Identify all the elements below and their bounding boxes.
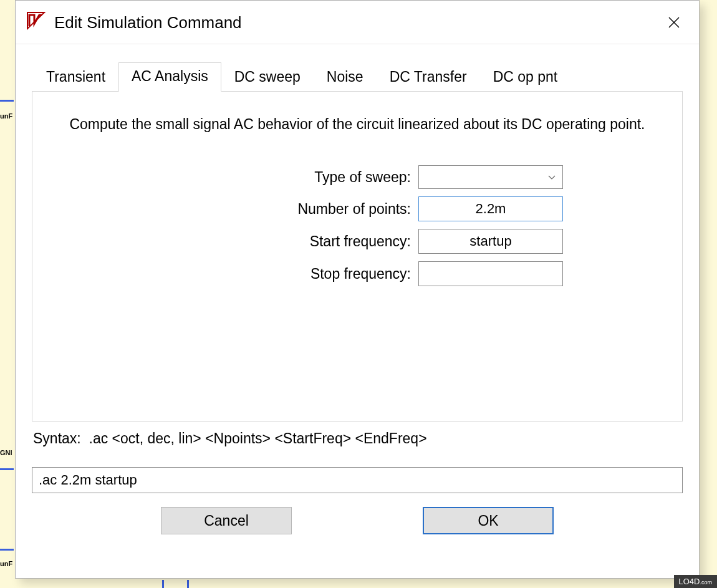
ac-analysis-form: Type of sweep: Number of points: <box>57 165 657 286</box>
type-of-sweep-select[interactable] <box>418 165 563 189</box>
dialog-buttons: Cancel OK <box>32 507 683 534</box>
dialog-body: Transient AC Analysis DC sweep Noise DC … <box>16 44 699 541</box>
stop-frequency-input[interactable] <box>418 261 563 286</box>
titlebar: Edit Simulation Command <box>16 1 699 44</box>
cancel-button[interactable]: Cancel <box>161 507 292 534</box>
start-frequency-label: Start frequency: <box>152 233 413 250</box>
watermark-brand: LO4D <box>679 577 700 586</box>
type-of-sweep-label: Type of sweep: <box>152 169 413 186</box>
number-of-points-input[interactable] <box>418 196 563 221</box>
close-button[interactable] <box>655 9 693 36</box>
syntax-text: .ac <oct, dec, lin> <Npoints> <StartFreq… <box>89 430 427 446</box>
tab-noise[interactable]: Noise <box>314 63 377 92</box>
dialog-title: Edit Simulation Command <box>47 12 655 32</box>
tab-dc-transfer[interactable]: DC Transfer <box>377 63 480 92</box>
watermark-badge: LO4D.com <box>674 575 717 588</box>
chevron-down-icon <box>547 173 556 181</box>
tab-ac-analysis[interactable]: AC Analysis <box>118 62 221 92</box>
syntax-hint: Syntax: .ac <oct, dec, lin> <Npoints> <S… <box>32 422 683 447</box>
syntax-label: Syntax: <box>33 430 81 446</box>
number-of-points-label: Number of points: <box>152 201 413 218</box>
app-icon <box>26 10 47 34</box>
tab-panel-ac-analysis: Compute the small signal AC behavior of … <box>32 91 683 422</box>
ok-button[interactable]: OK <box>423 507 554 534</box>
command-line-input[interactable] <box>32 467 683 493</box>
watermark-suffix: .com <box>700 579 712 586</box>
tab-transient[interactable]: Transient <box>33 63 118 92</box>
close-icon <box>668 16 680 29</box>
tab-dc-op-pnt[interactable]: DC op pnt <box>480 63 571 92</box>
stop-frequency-label: Stop frequency: <box>152 266 413 282</box>
tab-dc-sweep[interactable]: DC sweep <box>221 63 314 92</box>
ac-analysis-description: Compute the small signal AC behavior of … <box>57 114 657 165</box>
edit-simulation-command-dialog: Edit Simulation Command Transient AC Ana… <box>15 0 700 579</box>
start-frequency-input[interactable] <box>418 229 563 254</box>
tab-strip: Transient AC Analysis DC sweep Noise DC … <box>33 62 683 91</box>
